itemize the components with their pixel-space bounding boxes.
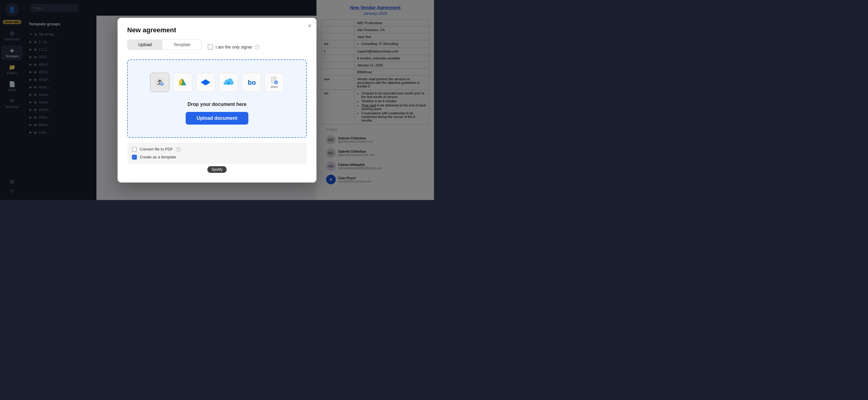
tab-template[interactable]: Template bbox=[162, 40, 201, 50]
source-dropbox-button[interactable] bbox=[196, 73, 215, 92]
blank-label: Blank bbox=[271, 85, 278, 88]
tab-switcher: Upload Template bbox=[127, 39, 202, 50]
create-template-row: ✓ Create as a template bbox=[132, 155, 302, 160]
signer-checkbox-label: I am the only signer bbox=[216, 45, 252, 50]
blank-doc-icon bbox=[270, 76, 278, 85]
convert-pdf-help-icon[interactable]: ? bbox=[176, 147, 181, 152]
source-box-button[interactable]: box bbox=[242, 73, 261, 92]
source-upload-button[interactable] bbox=[150, 73, 169, 92]
tab-upload[interactable]: Upload bbox=[127, 40, 162, 50]
box-icon: box bbox=[247, 78, 256, 87]
signer-checkbox[interactable] bbox=[208, 44, 213, 50]
upload-icon bbox=[155, 78, 164, 87]
create-template-label: Create as a template bbox=[140, 155, 176, 159]
signer-help-icon[interactable]: ? bbox=[255, 45, 259, 50]
modal-title: New agreement bbox=[127, 26, 307, 34]
upload-document-button[interactable]: Upload document bbox=[186, 112, 248, 124]
source-gdrive-button[interactable] bbox=[173, 73, 192, 92]
gdrive-icon bbox=[178, 78, 187, 87]
dropbox-icon bbox=[201, 78, 210, 87]
onedrive-icon: ☁ bbox=[223, 77, 234, 88]
source-onedrive-button[interactable]: ☁ bbox=[219, 73, 238, 92]
modal-overlay[interactable]: × New agreement Upload Template I am the… bbox=[0, 0, 434, 200]
bottom-options: Convert file to PDF ? ✓ Create as a temp… bbox=[127, 143, 307, 164]
source-icons-row: ☁ box Blank bbox=[150, 73, 284, 92]
modal-close-button[interactable]: × bbox=[308, 23, 312, 29]
svg-text:box: box bbox=[248, 79, 256, 86]
source-blank-button[interactable]: Blank bbox=[265, 73, 284, 92]
drop-zone-text: Drop your document here bbox=[187, 102, 247, 107]
convert-pdf-row: Convert file to PDF ? bbox=[132, 147, 302, 152]
svg-text:☁: ☁ bbox=[227, 80, 230, 84]
tooltip: Spotify bbox=[207, 166, 227, 173]
convert-pdf-checkbox[interactable] bbox=[132, 147, 137, 152]
new-agreement-modal: × New agreement Upload Template I am the… bbox=[118, 18, 316, 182]
convert-pdf-label: Convert file to PDF bbox=[140, 147, 173, 151]
drop-zone[interactable]: ☁ box Blank bbox=[127, 59, 307, 138]
signer-checkbox-row: I am the only signer ? bbox=[208, 44, 259, 50]
create-template-checkbox[interactable]: ✓ bbox=[132, 155, 137, 160]
